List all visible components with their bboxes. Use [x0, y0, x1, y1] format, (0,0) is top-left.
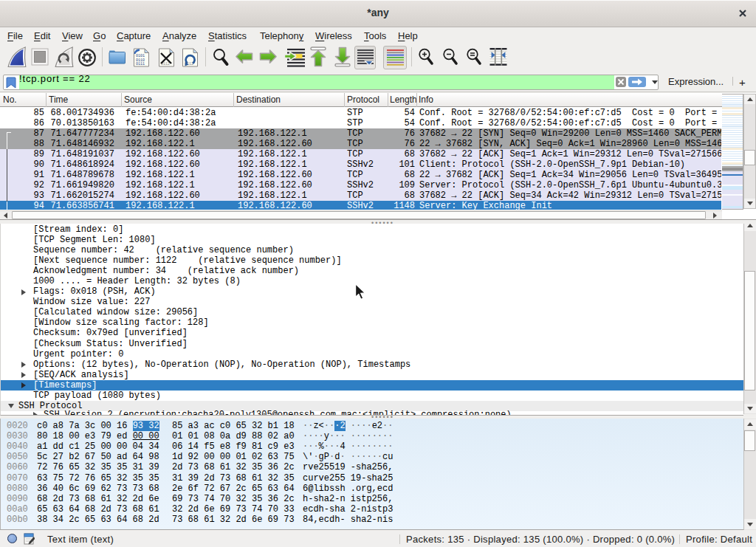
svg-text:0111: 0111 [136, 62, 145, 66]
